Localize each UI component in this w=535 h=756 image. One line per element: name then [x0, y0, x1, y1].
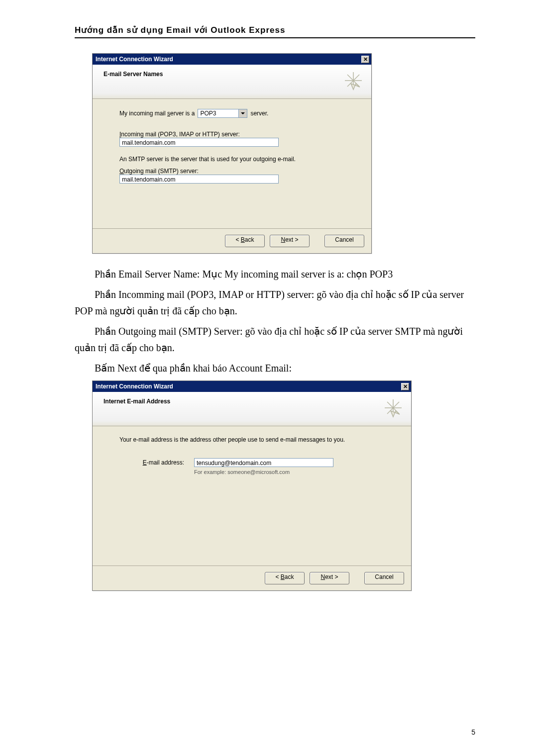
next-button[interactable]: Next >: [270, 235, 310, 247]
paragraph-3: Phần Outgoing mail (SMTP) Server: gõ vào…: [75, 323, 475, 356]
wizard-icon: [343, 71, 363, 91]
dialog-banner: Internet E-mail Address: [93, 392, 411, 426]
back-button[interactable]: < Back: [225, 235, 265, 247]
button-row: < Back Next > Cancel: [93, 566, 411, 590]
server-type-select[interactable]: POP3: [198, 109, 247, 118]
close-button[interactable]: ✕: [361, 56, 369, 63]
paragraph-4: Bấm Next để qua phần khai báo Account Em…: [75, 360, 475, 377]
incoming-server-label: Incoming mail (POP3, IMAP or HTTP) serve…: [119, 131, 357, 138]
wizard-dialog-email-address: Internet Connection Wizard ✕ Internet E-…: [92, 380, 412, 591]
page-number: 5: [471, 728, 475, 736]
intro-text: Your e-mail address is the address other…: [119, 436, 397, 443]
cancel-button[interactable]: Cancel: [364, 572, 404, 584]
incoming-type-suffix: server.: [250, 110, 268, 117]
chevron-down-icon: [238, 109, 247, 117]
banner-title: E-mail Server Names: [104, 71, 163, 78]
incoming-type-label: My incoming mail server is a: [119, 110, 195, 117]
titlebar: Internet Connection Wizard ✕: [93, 54, 371, 65]
dialog-banner: E-mail Server Names: [93, 65, 371, 99]
banner-title: Internet E-mail Address: [104, 398, 170, 405]
server-type-value: POP3: [200, 110, 216, 117]
email-address-input[interactable]: tensudung@tendomain.com: [194, 458, 333, 467]
titlebar: Internet Connection Wizard ✕: [93, 381, 411, 392]
paragraph-2: Phần Incomming mail (POP3, IMAP or HTTP)…: [75, 286, 475, 319]
outgoing-server-label: Outgoing mail (SMTP) server:: [119, 168, 357, 175]
cancel-button[interactable]: Cancel: [324, 235, 364, 247]
close-button[interactable]: ✕: [401, 383, 409, 390]
doc-header: Hướng dẫn sử dụng Email với Outlook Expr…: [75, 25, 475, 38]
incoming-server-input[interactable]: mail.tendomain.com: [119, 138, 279, 147]
dialog-body: Your e-mail address is the address other…: [93, 426, 411, 566]
smtp-note: An SMTP server is the server that is use…: [119, 156, 357, 163]
email-hint: For example: someone@microsoft.com: [194, 469, 333, 475]
next-button[interactable]: Next >: [310, 572, 349, 584]
dialog-body: My incoming mail server is a POP3 server…: [93, 99, 371, 228]
button-row: < Back Next > Cancel: [93, 228, 371, 253]
back-button[interactable]: < Back: [265, 572, 305, 584]
wizard-dialog-server-names: Internet Connection Wizard ✕ E-mail Serv…: [92, 53, 372, 254]
wizard-icon: [383, 398, 403, 418]
paragraph-1: Phần Email Server Name: Mục My incoming …: [75, 266, 475, 283]
email-address-label: E-mail address:: [119, 458, 184, 466]
titlebar-text: Internet Connection Wizard: [96, 383, 173, 390]
outgoing-server-input[interactable]: mail.tendomain.com: [119, 175, 279, 184]
titlebar-text: Internet Connection Wizard: [96, 56, 173, 63]
